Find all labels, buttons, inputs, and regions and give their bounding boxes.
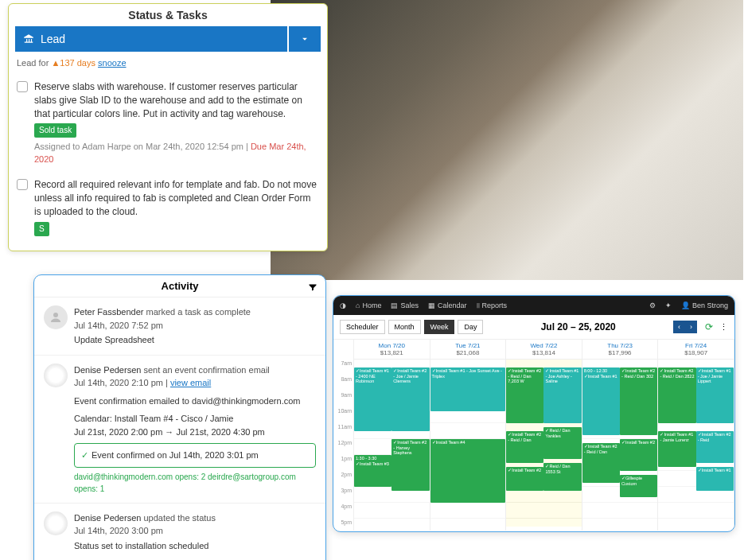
activity-action: sent an event confirmation email (143, 365, 269, 375)
app-topbar: ◑ ⌂ Home ▤ Sales ▦ Calendar ⫴ Reports ⚙ … (333, 296, 734, 315)
help-icon[interactable]: ✦ (665, 301, 672, 309)
avatar (44, 305, 68, 329)
day-column: Mon 7/20$13,821✓Install Team #1 - 2400 N… (354, 340, 430, 531)
calendar-event[interactable]: ✓Install Team #1 (696, 467, 734, 491)
task-item: Reserve slabs with warehouse. If custome… (9, 74, 327, 172)
avatar (44, 364, 68, 387)
calendar-event[interactable]: ✓Install Team #4 (430, 439, 506, 503)
hero-photo (271, 0, 743, 280)
nav-calendar[interactable]: ▦ Calendar (428, 301, 467, 309)
lead-label: Lead (41, 33, 65, 45)
calendar-event[interactable]: ✓Install Team #1 - Jamie Lorenz (658, 431, 695, 467)
activity-action: marked a task as complete (146, 307, 251, 317)
day-body[interactable]: ✓Install Team #1 - Joe Sunset Ave - Trip… (430, 360, 506, 527)
calendar-event[interactable]: ✓Install Team #2 - Reid / Dan 2822 (658, 368, 695, 423)
calendar-event[interactable]: ✓Install Team #2 - Joe / Jamie Clemens (391, 368, 429, 431)
calendar-event[interactable]: ✓Install Team #2 (506, 467, 543, 491)
calendar-event[interactable]: ✓Reid / Dan 1553 St (543, 463, 581, 491)
day-column: Tue 7/21$21,068✓Install Team #1 - Joe Su… (430, 340, 507, 531)
settings-icon[interactable]: ⚙ (649, 301, 656, 309)
day-name[interactable]: Thu 7/23 (582, 342, 658, 349)
activity-title: Status set to installation scheduled (74, 539, 316, 553)
day-column: Thu 7/23$17,9968:00 - 12:30 ✓Install Tea… (582, 340, 659, 531)
day-amount: $21,068 (430, 349, 506, 356)
day-name[interactable]: Fri 7/24 (658, 342, 734, 349)
activity-who: Denise Pedersen (74, 513, 141, 523)
calendar-event[interactable]: ✓Install Team #1 - Joe Sunset Ave - Trip… (430, 368, 506, 411)
task-checkbox[interactable] (17, 179, 28, 190)
day-header: Wed 7/22$13,814 (506, 340, 582, 360)
activity-when: Jul 14th, 2020 3:00 pm (74, 524, 316, 538)
bank-icon (23, 33, 34, 45)
task-item: Record all required relevant info for te… (9, 172, 327, 242)
nav-sales[interactable]: ▤ Sales (391, 301, 419, 309)
day-body[interactable]: 8:00 - 12:30 ✓Install Team #1✓Install Te… (582, 360, 658, 527)
event-confirmed: ✓Event confirmed on Jul 14th, 2020 3:01 … (74, 443, 316, 468)
day-name[interactable]: Wed 7/22 (506, 342, 582, 349)
snooze-link[interactable]: snooze (98, 58, 126, 68)
day-column: Fri 7/24$18,907✓Install Team #2 - Reid /… (658, 340, 734, 531)
time-label: 3pm (333, 488, 353, 504)
time-label: 9am (333, 392, 353, 408)
calendar-event[interactable]: 8:00 - 12:30 ✓Install Team #1 (582, 368, 620, 435)
calendar-event[interactable]: ✓Install Team #1 - Joe / Jamie Lippert (696, 368, 734, 423)
prev-button[interactable]: ‹ (673, 321, 685, 333)
task-meta: Assigned to Adam Harpe on Mar 24th, 2020… (34, 141, 319, 165)
task-checkbox[interactable] (17, 81, 28, 92)
filter-icon[interactable] (308, 280, 317, 292)
next-button[interactable]: › (685, 321, 697, 333)
activity-action: updated the status (143, 513, 216, 523)
activity-card: Activity Peter Fassbender marked a task … (33, 274, 326, 560)
nav-home[interactable]: ⌂ Home (356, 301, 381, 309)
view-email-link[interactable]: view email (170, 378, 211, 387)
calendar-event[interactable]: ✓Install Team #2 (620, 439, 657, 471)
lead-dropdown[interactable] (289, 26, 321, 52)
calendar-event[interactable]: ✓Install Team #2 - Harvey Stephens (391, 439, 429, 491)
day-column: Wed 7/22$13,814✓Install Team #2 - Reid /… (506, 340, 582, 531)
calendar-event[interactable]: ✓Reid / Dan Yankles (543, 427, 581, 459)
calendar-event[interactable]: ✓Install Team #1 - 2400 NE Robinson (354, 368, 391, 431)
time-column: 7am8am9am10am11am12pm1pm2pm3pm4pm5pm6pm7… (333, 340, 354, 531)
calendar-event[interactable]: 1:30 - 3:30 ✓Install Team #3 (354, 455, 391, 487)
day-amount: $13,821 (354, 349, 430, 356)
day-body[interactable]: ✓Install Team #2 - Reid / Dan 7,203 W✓In… (506, 360, 582, 527)
time-label: 1pm (333, 456, 353, 472)
more-icon[interactable]: ⋮ (719, 322, 728, 332)
lead-meta: Lead for ▲137 days snooze (9, 52, 327, 74)
time-label: 12pm (333, 440, 353, 456)
day-header: Fri 7/24$18,907 (658, 340, 734, 360)
calendar-event[interactable]: ✓Install Team #2 - Reid / Dan 302 (620, 368, 657, 435)
view-scheduler[interactable]: Scheduler (340, 320, 385, 334)
time-label: 10am (333, 408, 353, 424)
view-week[interactable]: Week (424, 320, 455, 334)
svg-point-0 (53, 313, 58, 317)
calendar-event[interactable]: ✓Install Team #2 - Reid / Dan 7,203 W (506, 368, 543, 423)
refresh-icon[interactable]: ⟳ (705, 321, 713, 332)
view-month[interactable]: Month (388, 320, 421, 334)
task-text: Record all required relevant info for te… (34, 178, 319, 218)
calendar-event[interactable]: ✓Install Team #2 - Reid (696, 431, 734, 463)
day-amount: $17,996 (582, 349, 658, 356)
day-name[interactable]: Tue 7/21 (430, 342, 506, 349)
activity-title: Update Spreadsheet (74, 333, 316, 347)
day-name[interactable]: Mon 7/20 (354, 342, 430, 349)
user-menu[interactable]: 👤 Ben Strong (681, 301, 728, 309)
task-text: Reserve slabs with warehouse. If custome… (34, 80, 319, 120)
day-body[interactable]: ✓Install Team #1 - 2400 NE Robinson✓Inst… (354, 360, 430, 527)
view-day[interactable]: Day (458, 320, 483, 334)
nav-reports[interactable]: ⫴ Reports (477, 301, 508, 310)
lead-status[interactable]: Lead (15, 26, 287, 52)
activity-who: Peter Fassbender (74, 307, 143, 317)
calendar-event[interactable]: ✓Install Team #2 - Reid / Dan (582, 443, 620, 483)
time-label: 5pm (333, 519, 353, 532)
day-header: Tue 7/21$21,068 (430, 340, 506, 360)
time-label: 4pm (333, 504, 353, 519)
activity-item: Peter Fassbender marked a task as comple… (34, 298, 325, 356)
chevron-down-icon (299, 33, 310, 45)
calendar-event[interactable]: ✓Install Team #2 - Reid / Dan (506, 431, 543, 463)
day-body[interactable]: ✓Install Team #2 - Reid / Dan 2822✓Insta… (658, 360, 734, 527)
activity-when: Jul 14th, 2020 2:10 pm | view email (74, 376, 316, 390)
calendar-event[interactable]: ✓Gillespie Custom (620, 475, 657, 497)
calendar-event[interactable]: ✓Install Team #1 - Joe Ashley - Saline (543, 368, 581, 423)
app-logo[interactable]: ◑ (340, 301, 346, 309)
